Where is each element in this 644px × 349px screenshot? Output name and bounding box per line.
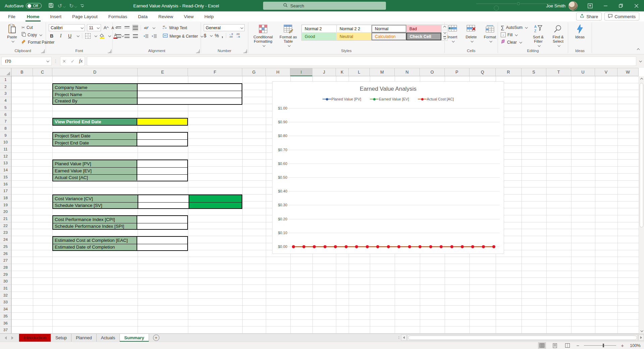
- enter-entry-icon[interactable]: ✓: [71, 59, 75, 64]
- row-header-37[interactable]: 37: [0, 326, 11, 334]
- zoom-level[interactable]: 100%: [629, 343, 641, 348]
- accounting-format-icon[interactable]: $: [204, 33, 206, 38]
- column-header-G[interactable]: G: [242, 68, 266, 76]
- page-layout-view-icon[interactable]: [551, 342, 559, 349]
- column-header-O[interactable]: O: [420, 68, 445, 76]
- sheet-tab-setup[interactable]: Setup: [51, 334, 71, 342]
- column-header-C[interactable]: C: [33, 68, 52, 76]
- row-header-26[interactable]: 26: [0, 250, 11, 257]
- share-button[interactable]: Share: [576, 12, 602, 20]
- decrease-indent-icon[interactable]: [143, 33, 149, 40]
- cell-value[interactable]: [137, 237, 187, 244]
- tab-data[interactable]: Data: [133, 11, 153, 21]
- customize-qat-icon[interactable]: [81, 4, 84, 7]
- column-header-Q[interactable]: Q: [469, 68, 496, 76]
- name-box[interactable]: I70: [1, 57, 52, 66]
- row-header-16[interactable]: 16: [0, 181, 11, 188]
- redo-icon[interactable]: ↻: [69, 3, 77, 9]
- clear-button[interactable]: Clear: [501, 39, 527, 46]
- cell-label[interactable]: Planed Value [PV]: [53, 160, 137, 167]
- number-dialog-launcher[interactable]: [243, 49, 247, 53]
- cell-extra[interactable]: [189, 203, 242, 209]
- row-header-11[interactable]: 11: [0, 146, 11, 153]
- borders-dropdown[interactable]: [94, 34, 97, 37]
- ideas-button[interactable]: Ideas: [571, 23, 589, 40]
- row-header-32[interactable]: 32: [0, 292, 11, 299]
- cell-label[interactable]: View Period End Date: [53, 119, 137, 125]
- row-header-9[interactable]: 9: [0, 132, 11, 139]
- cell-value[interactable]: [137, 119, 187, 125]
- sheet-tab-introduction[interactable]: Introduction: [19, 334, 51, 342]
- tab-insert[interactable]: Insert: [45, 11, 67, 21]
- row-header-15[interactable]: 15: [0, 174, 11, 181]
- find-select-button[interactable]: Find & Select: [549, 23, 567, 47]
- cell-value[interactable]: [137, 168, 187, 174]
- insert-function-icon[interactable]: fx: [79, 58, 83, 64]
- column-header-V[interactable]: V: [595, 68, 617, 76]
- accounting-dropdown[interactable]: [210, 34, 212, 37]
- row-header-1[interactable]: 1: [0, 76, 11, 83]
- formula-bar-splitter[interactable]: ⋮: [54, 59, 58, 63]
- cell-value[interactable]: [137, 216, 187, 223]
- tab-file[interactable]: File: [2, 11, 21, 21]
- cell-value[interactable]: [137, 160, 187, 167]
- column-header-P[interactable]: P: [445, 68, 469, 76]
- cell-label[interactable]: Schedule Performance Index [SPI]: [53, 223, 137, 229]
- cell-value[interactable]: [138, 203, 189, 209]
- select-all-button[interactable]: [0, 68, 11, 76]
- column-header-H[interactable]: H: [266, 68, 290, 76]
- tab-review[interactable]: Review: [153, 11, 179, 21]
- row-header-22[interactable]: 22: [0, 222, 11, 229]
- horizontal-scroll-thumb[interactable]: [408, 336, 637, 340]
- align-top-icon[interactable]: [115, 25, 121, 31]
- align-right-icon[interactable]: [132, 33, 138, 40]
- cell-value[interactable]: [137, 175, 187, 181]
- zoom-slider-thumb[interactable]: [603, 344, 604, 347]
- font-size-select[interactable]: 11: [87, 24, 101, 31]
- fill-color-dropdown[interactable]: [108, 34, 111, 37]
- sheet-tab-planned[interactable]: Planned: [71, 334, 97, 342]
- save-icon[interactable]: [48, 3, 54, 9]
- cell-label[interactable]: Created By: [53, 98, 138, 104]
- alignment-dialog-launcher[interactable]: [196, 49, 200, 53]
- style-neutral[interactable]: Neutral: [337, 33, 371, 40]
- percent-style-icon[interactable]: %: [215, 33, 219, 38]
- orientation-dropdown[interactable]: [152, 26, 155, 29]
- style-normal[interactable]: Normal: [371, 25, 406, 33]
- minimize-button[interactable]: [598, 0, 613, 11]
- row-header-12[interactable]: 12: [0, 153, 11, 160]
- grow-font-button[interactable]: A: [103, 25, 109, 31]
- close-button[interactable]: [629, 0, 644, 11]
- sheet-tab-summary[interactable]: Summary: [120, 334, 149, 342]
- row-header-6[interactable]: 6: [0, 111, 11, 118]
- cell-value[interactable]: [138, 98, 242, 104]
- row-header-21[interactable]: 21: [0, 215, 11, 222]
- format-as-table-button[interactable]: Format as Table: [277, 23, 299, 47]
- column-header-K[interactable]: K: [336, 68, 349, 76]
- tab-view[interactable]: View: [179, 11, 199, 21]
- autosave-toggle[interactable]: AutoSave Off: [5, 3, 42, 8]
- cell-value[interactable]: [137, 223, 187, 229]
- hscroll-right-icon[interactable]: [638, 335, 644, 341]
- italic-button[interactable]: I: [58, 33, 64, 39]
- format-cells-button[interactable]: Format: [481, 23, 499, 43]
- tab-home[interactable]: Home: [21, 11, 45, 21]
- account-button[interactable]: Joe Smith: [546, 1, 578, 10]
- horizontal-scrollbar[interactable]: [407, 335, 638, 341]
- wrap-text-button[interactable]: abcWrap Text: [163, 24, 187, 31]
- row-header-10[interactable]: 10: [0, 139, 11, 146]
- increase-indent-icon[interactable]: [151, 33, 157, 40]
- zoom-in-button[interactable]: +: [621, 343, 624, 348]
- style-bad[interactable]: Bad: [406, 25, 441, 33]
- column-header-S[interactable]: S: [522, 68, 546, 76]
- row-header-27[interactable]: 27: [0, 257, 11, 264]
- row-header-33[interactable]: 33: [0, 299, 11, 306]
- font-name-select[interactable]: Calibri: [49, 24, 85, 31]
- sheet-grid[interactable]: 1234567891011121314151617181920212223242…: [0, 76, 639, 334]
- number-format-select[interactable]: General: [204, 24, 245, 31]
- conditional-formatting-button[interactable]: Conditional Formatting: [251, 23, 275, 47]
- zoom-out-button[interactable]: −: [576, 343, 579, 348]
- comma-style-icon[interactable]: ,: [221, 33, 223, 39]
- cell-value[interactable]: [137, 244, 187, 250]
- cancel-entry-icon[interactable]: ✕: [62, 59, 66, 64]
